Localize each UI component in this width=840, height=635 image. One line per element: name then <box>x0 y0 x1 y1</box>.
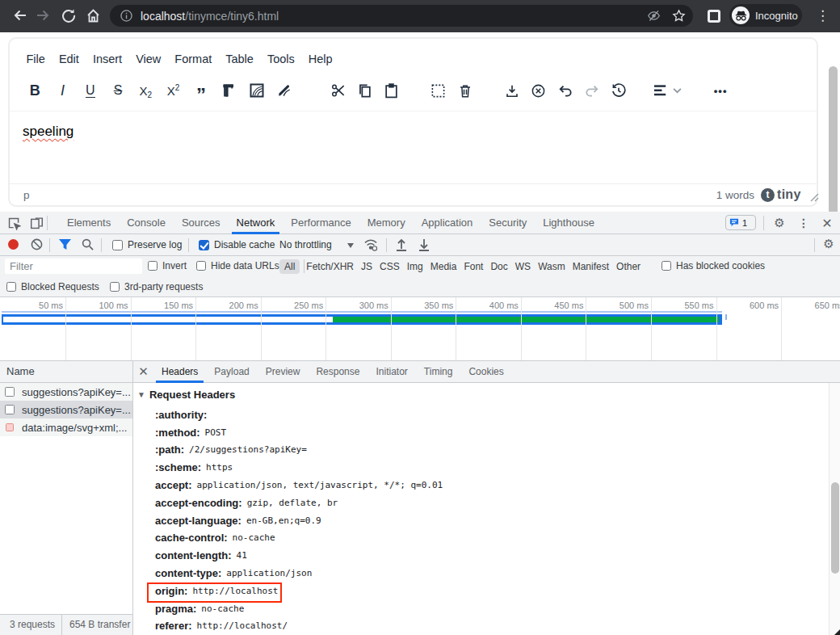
issues-badge[interactable]: 1 <box>725 215 756 230</box>
align-dropdown-button[interactable] <box>649 77 686 104</box>
menu-edit[interactable]: Edit <box>52 53 86 65</box>
blocked-requests-checkbox[interactable] <box>6 282 16 292</box>
filter-category-wasm[interactable]: Wasm <box>538 261 565 272</box>
refresh-icon[interactable] <box>59 6 78 25</box>
filter-category-all[interactable]: All <box>279 259 300 274</box>
incognito-badge[interactable]: Incognito <box>729 4 802 27</box>
devtools-tab-performance[interactable]: Performance <box>283 212 359 234</box>
blockquote-button[interactable]: ” <box>187 77 215 104</box>
side-panel-icon[interactable] <box>708 10 720 23</box>
browser-menu-icon[interactable]: ⋮ <box>816 6 829 27</box>
filter-category-other[interactable]: Other <box>616 261 640 272</box>
superscript-button[interactable]: X2 <box>159 77 187 104</box>
format-painter-button[interactable] <box>215 77 242 104</box>
cut-button[interactable] <box>326 77 352 104</box>
devtools-tab-lighthouse[interactable]: Lighthouse <box>535 212 603 234</box>
delete-button[interactable] <box>452 77 479 104</box>
filter-category-js[interactable]: JS <box>361 261 372 272</box>
request-headers-section[interactable]: ▼Request Headers <box>137 389 235 401</box>
disable-cache-checkbox[interactable] <box>199 240 209 250</box>
menu-help[interactable]: Help <box>301 53 339 65</box>
resize-handle-icon[interactable] <box>810 191 819 205</box>
misspelled-word[interactable]: speeling <box>23 124 74 140</box>
tiny-logo[interactable]: ttiny <box>761 187 801 202</box>
filter-icon[interactable] <box>58 238 72 254</box>
undo-button[interactable] <box>552 77 578 104</box>
menu-view[interactable]: View <box>129 53 168 65</box>
details-close-icon[interactable]: ✕ <box>133 364 153 379</box>
save-button[interactable] <box>498 77 525 104</box>
home-icon[interactable] <box>83 6 103 25</box>
throttling-select[interactable]: No throttling <box>279 239 332 250</box>
redo-button[interactable] <box>578 77 605 104</box>
info-icon[interactable] <box>120 10 132 22</box>
filter-category-fetchxhr[interactable]: Fetch/XHR <box>306 261 354 272</box>
back-icon[interactable] <box>10 6 30 25</box>
devtools-tab-sources[interactable]: Sources <box>174 212 229 234</box>
clear-icon[interactable] <box>31 238 43 254</box>
devtools-menu-icon[interactable]: ⋮ <box>794 213 813 233</box>
hide-data-urls-checkbox[interactable] <box>196 261 206 271</box>
restore-draft-button[interactable] <box>605 77 632 104</box>
filter-category-css[interactable]: CSS <box>380 261 400 272</box>
filter-category-img[interactable]: Img <box>407 261 423 272</box>
request-row[interactable]: data:image/svg+xml;... <box>0 418 132 436</box>
details-tab-cookies[interactable]: Cookies <box>460 361 511 383</box>
element-path[interactable]: p <box>23 189 30 201</box>
details-tab-initiator[interactable]: Initiator <box>368 361 415 383</box>
devtools-tab-console[interactable]: Console <box>119 212 174 234</box>
image-button[interactable] <box>242 77 270 104</box>
request-row[interactable]: suggestions?apiKey=... <box>0 401 132 418</box>
menu-table[interactable]: Table <box>219 53 261 65</box>
word-count[interactable]: 1 words <box>716 189 754 201</box>
editor-content[interactable]: speeling <box>10 111 817 181</box>
menu-insert[interactable]: Insert <box>86 53 128 65</box>
devtools-tab-memory[interactable]: Memory <box>359 212 414 234</box>
copy-button[interactable] <box>352 77 379 104</box>
menu-format[interactable]: Format <box>168 53 219 65</box>
strikethrough-button[interactable]: S <box>104 77 132 104</box>
filter-category-media[interactable]: Media <box>430 261 457 272</box>
details-scrollbar[interactable] <box>829 383 840 635</box>
devtools-settings-icon[interactable]: ⚙ <box>770 213 789 233</box>
filter-category-ws[interactable]: WS <box>515 261 531 272</box>
devtools-tab-security[interactable]: Security <box>481 212 535 234</box>
device-toolbar-icon[interactable] <box>27 213 46 233</box>
details-tab-timing[interactable]: Timing <box>416 361 461 383</box>
devtools-tab-network[interactable]: Network <box>229 212 284 234</box>
filter-category-manifest[interactable]: Manifest <box>573 261 609 272</box>
preserve-log-checkbox[interactable] <box>112 240 123 250</box>
request-row[interactable]: suggestions?apiKey=... <box>0 383 132 401</box>
name-column-header[interactable]: Name <box>0 361 132 383</box>
export-har-icon[interactable] <box>418 238 430 254</box>
devtools-tab-application[interactable]: Application <box>414 212 481 234</box>
network-overview[interactable]: 50 ms100 ms150 ms200 ms250 ms300 ms350 m… <box>0 297 840 361</box>
network-conditions-icon[interactable] <box>363 238 378 254</box>
record-icon[interactable] <box>8 239 19 250</box>
search-icon[interactable] <box>82 238 94 254</box>
third-party-checkbox[interactable] <box>110 282 120 292</box>
inspect-icon[interactable] <box>4 213 23 233</box>
paste-button[interactable] <box>378 77 405 104</box>
devtools-tab-elements[interactable]: Elements <box>59 212 119 234</box>
devtools-close-icon[interactable]: ✕ <box>817 213 837 233</box>
eye-slash-icon[interactable] <box>647 9 661 26</box>
more-button[interactable]: ••• <box>707 77 734 104</box>
forward-icon[interactable] <box>33 6 52 25</box>
details-tab-response[interactable]: Response <box>308 361 368 383</box>
address-bar[interactable]: localhost/tinymce/tiny6.html <box>110 5 693 27</box>
subscript-button[interactable]: X2 <box>132 77 159 104</box>
italic-button[interactable]: I <box>48 77 76 104</box>
has-blocked-cookies-checkbox[interactable] <box>662 261 671 271</box>
filter-category-doc[interactable]: Doc <box>490 261 507 272</box>
details-tab-payload[interactable]: Payload <box>206 361 257 383</box>
filter-input[interactable]: Filter <box>5 259 142 274</box>
invert-checkbox[interactable] <box>148 261 158 271</box>
cancel-button[interactable] <box>525 77 552 104</box>
details-tab-preview[interactable]: Preview <box>258 361 309 383</box>
network-settings-icon[interactable]: ⚙ <box>819 234 838 254</box>
bold-button[interactable]: B <box>21 77 48 104</box>
import-har-icon[interactable] <box>395 238 408 254</box>
throttling-dropdown-icon[interactable] <box>347 243 354 248</box>
select-all-button[interactable] <box>424 77 452 104</box>
